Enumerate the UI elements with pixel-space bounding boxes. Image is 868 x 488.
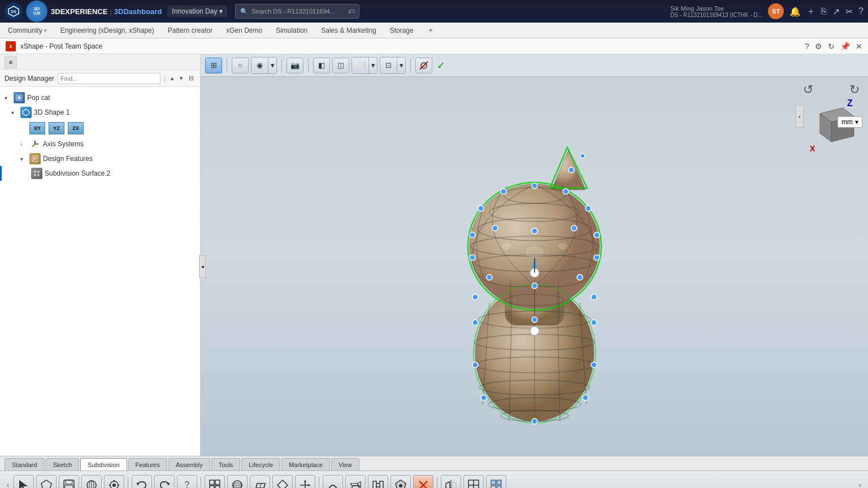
yz-plane-btn[interactable]: YZ: [49, 122, 64, 134]
bt-fill-btn[interactable]: [390, 475, 411, 489]
search-bar[interactable]: 🔍 Search DS - R11321011694... 🏷: [235, 4, 359, 19]
bt-extrude-btn[interactable]: [345, 475, 366, 489]
scroll-left-btn[interactable]: ‹: [5, 479, 11, 489]
share2-icon[interactable]: ↗: [832, 6, 840, 17]
hide-btn[interactable]: [415, 58, 432, 73]
svg-marker-5: [23, 109, 29, 116]
confirm-btn[interactable]: ✓: [437, 59, 445, 72]
section-btn[interactable]: ◧: [313, 58, 330, 73]
tab-subdivision[interactable]: Subdivision: [80, 458, 127, 470]
viewport-toolbar: ⊞ ○ ◉ ▾ 📷 ◧ ◫ ⬜ ▾ ⊡ ▾ ✓: [201, 54, 868, 77]
svg-marker-87: [41, 480, 51, 489]
svg-point-66: [532, 419, 537, 424]
nav-item-simulation[interactable]: Simulation: [274, 25, 310, 36]
notify-icon[interactable]: 🔔: [789, 6, 801, 17]
brand-title: 3DEXPERIENCE|3DDashboard: [51, 7, 162, 16]
nav-item-sales[interactable]: Sales & Marketing: [319, 25, 378, 36]
view-btn[interactable]: ◫: [332, 58, 349, 73]
top-bar-right: Sik Ming Jason Tse DS - R1132101169413 (…: [670, 3, 863, 19]
display-mode-btn[interactable]: ○: [232, 58, 249, 73]
xshape-close-icon[interactable]: ✕: [856, 42, 862, 51]
bt-save-btn[interactable]: [59, 475, 79, 489]
filter-btn[interactable]: ⊡: [380, 58, 397, 73]
tab-tools[interactable]: Tools: [211, 458, 241, 470]
bt-transform-btn[interactable]: [81, 475, 102, 489]
svg-text:X: X: [810, 144, 815, 153]
tab-view[interactable]: View: [331, 458, 359, 470]
bt-grid-btn[interactable]: [205, 475, 225, 489]
bt-manipulator-btn[interactable]: [295, 475, 315, 489]
tree-item-axis[interactable]: › Axis Systems: [0, 137, 200, 151]
bt-help-btn[interactable]: ?: [177, 475, 197, 489]
bt-diamond-btn[interactable]: [272, 475, 293, 489]
xshape-pin-icon[interactable]: 📌: [840, 42, 850, 51]
tab-assembly[interactable]: Assembly: [168, 458, 210, 470]
sort-up-btn[interactable]: ▴: [169, 74, 176, 82]
nav-item-xgen[interactable]: xGen Demo: [224, 25, 264, 36]
scissors-icon[interactable]: ✂: [845, 6, 853, 17]
filter-arrow-btn[interactable]: ▾: [397, 58, 405, 73]
plus-icon[interactable]: ＋: [806, 6, 815, 18]
company-logo[interactable]: DS: [5, 2, 23, 20]
bt-bridge-btn[interactable]: [368, 475, 388, 489]
avatar[interactable]: ST: [768, 3, 784, 19]
bottom-tabs: Standard Sketch Subdivision Features Ass…: [0, 456, 868, 470]
camera-btn[interactable]: 📷: [287, 58, 303, 73]
snap-arrow-btn[interactable]: ▾: [369, 58, 377, 73]
panel-collapse-handle[interactable]: ◂: [199, 255, 206, 278]
xy-plane-btn[interactable]: XY: [29, 122, 45, 134]
nav-item-engineering[interactable]: Engineering (xDesign, xShape): [58, 25, 157, 36]
tree-root-popcart[interactable]: ▾ Pop cat: [0, 90, 200, 105]
svg-point-58: [532, 228, 537, 234]
xshape-refresh-icon[interactable]: ↻: [828, 42, 835, 51]
rotate-right-icon[interactable]: ↻: [849, 82, 860, 97]
bt-mirror-btn[interactable]: [441, 475, 461, 489]
share-icon[interactable]: ⎘: [821, 6, 827, 16]
tab-marketplace[interactable]: Marketplace: [281, 458, 330, 470]
bt-redo-btn[interactable]: [154, 475, 175, 489]
bt-plane-btn[interactable]: [250, 475, 270, 489]
xshape-help-icon[interactable]: ?: [805, 42, 809, 51]
shading-arrow-btn[interactable]: ▾: [268, 58, 276, 73]
viewport-collapse-left[interactable]: ‹: [796, 105, 804, 128]
sort-down-btn[interactable]: ▾: [178, 74, 185, 82]
nav-item-storage[interactable]: Storage: [388, 25, 416, 36]
workspace-selector[interactable]: Innovation Day ▾: [167, 6, 227, 17]
select-mode-btn[interactable]: ⊞: [205, 58, 222, 73]
tab-lifecycle[interactable]: Lifecycle: [241, 458, 280, 470]
snap-btn[interactable]: ⬜: [352, 58, 369, 73]
tree-item-design-features[interactable]: ▾ Design Features: [0, 151, 200, 166]
tree-item-3dshape[interactable]: ▾ 3D Shape 1: [0, 105, 200, 120]
bt-shape-btn[interactable]: [36, 475, 57, 489]
find-input[interactable]: [58, 73, 160, 84]
rotate-left-icon[interactable]: ↺: [803, 82, 813, 97]
bt-sep: [437, 477, 437, 489]
bt-select-btn[interactable]: [14, 475, 34, 489]
tree-item-subdivision[interactable]: Subdivision Surface.2: [0, 166, 200, 181]
nav-item-pattern[interactable]: Pattern creator: [166, 25, 215, 36]
bt-sphere-btn[interactable]: [227, 475, 248, 489]
nav-item-add[interactable]: ＋: [425, 24, 436, 36]
bt-subdivide-btn[interactable]: [463, 475, 484, 489]
shading-btn[interactable]: ◉: [251, 58, 268, 73]
panel-top-icon[interactable]: ≡: [5, 56, 17, 68]
tab-sketch[interactable]: Sketch: [46, 458, 80, 470]
tree-label-3dshape: 3D Shape 1: [34, 108, 196, 116]
nav-item-community[interactable]: Community ▾: [6, 25, 49, 36]
bt-crease-btn[interactable]: [323, 475, 343, 489]
bt-delete-btn[interactable]: [413, 475, 433, 489]
xshape-settings-icon[interactable]: ⚙: [815, 42, 822, 51]
unit-selector[interactable]: mm ▾: [837, 116, 862, 128]
bottom-toolbar: ‹ ?: [0, 470, 868, 488]
tab-features[interactable]: Features: [128, 458, 167, 470]
svg-marker-117: [308, 484, 310, 486]
bt-undo-btn[interactable]: [132, 475, 152, 489]
scroll-right-btn[interactable]: ›: [857, 479, 863, 489]
filter-btn[interactable]: ⊟: [187, 74, 196, 82]
help-top-icon[interactable]: ?: [858, 6, 863, 16]
zx-plane-btn[interactable]: ZX: [68, 122, 84, 134]
tab-standard[interactable]: Standard: [5, 458, 45, 470]
bt-settings-btn[interactable]: [104, 475, 124, 489]
viewport[interactable]: ⊞ ○ ◉ ▾ 📷 ◧ ◫ ⬜ ▾ ⊡ ▾ ✓: [201, 54, 868, 456]
bt-multiselect-btn[interactable]: [486, 475, 506, 489]
